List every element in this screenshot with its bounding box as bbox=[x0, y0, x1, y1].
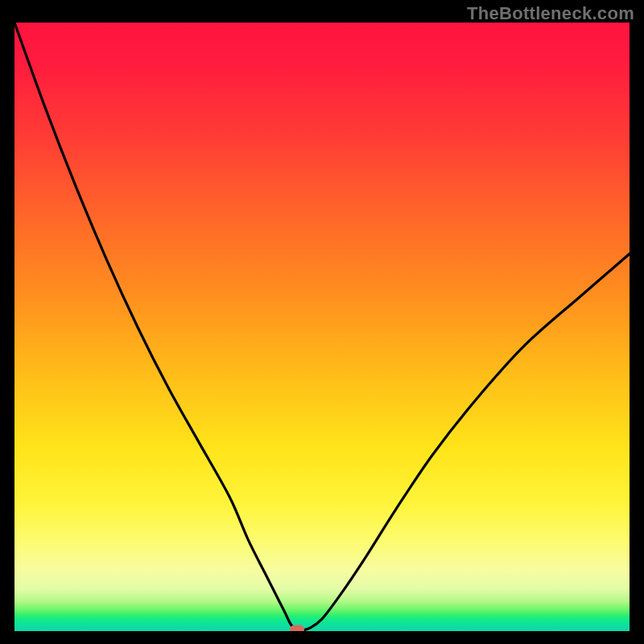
chart-frame: TheBottleneck.com bbox=[0, 0, 644, 644]
optimal-point-marker bbox=[290, 625, 304, 631]
watermark-label: TheBottleneck.com bbox=[467, 3, 634, 24]
bottleneck-curve bbox=[14, 23, 630, 631]
plot-area bbox=[14, 23, 630, 631]
